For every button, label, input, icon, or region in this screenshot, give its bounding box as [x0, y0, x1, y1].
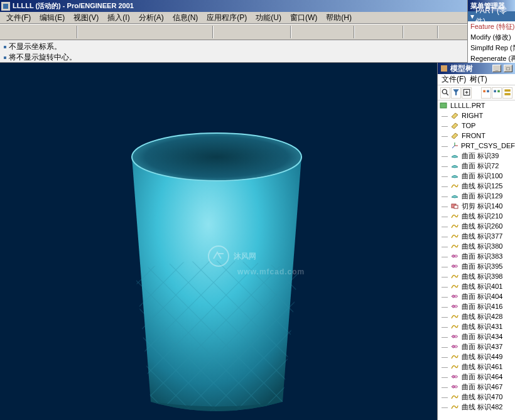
tree-item[interactable]: —曲面 标识404 — [438, 291, 515, 301]
tree-maximize-button[interactable]: □ — [504, 65, 512, 72]
tree-settings-button[interactable] — [492, 87, 502, 99]
tree-item[interactable]: —曲线 标识428 — [438, 311, 515, 321]
tree-item[interactable]: —曲线 标识210 — [438, 211, 515, 221]
tree-item[interactable]: —切剪 标识140 — [438, 201, 515, 211]
tree-item[interactable]: —曲线 标识125 — [438, 181, 515, 191]
zoom-out-button[interactable] — [109, 25, 123, 39]
menu-mgr-item[interactable]: Simplfd Rep (简化 — [468, 43, 515, 53]
pnt-sel-button[interactable]: x× — [323, 25, 337, 39]
menu-1[interactable]: 编辑(E) — [36, 11, 68, 24]
hidden-button[interactable] — [167, 25, 181, 39]
tree-connector: — — [442, 153, 448, 159]
tree-item-label: TOP — [462, 122, 475, 129]
tree-item-label: 曲线 标识428 — [462, 312, 502, 321]
menu-2[interactable]: 视图(V) — [70, 11, 102, 24]
tree-item[interactable]: —曲线 标识398 — [438, 271, 515, 281]
tree-item[interactable]: —曲面 标识383 — [438, 251, 515, 261]
csys-disp-button[interactable] — [259, 25, 273, 39]
zoom-in-button[interactable] — [95, 25, 109, 39]
tree-item[interactable]: —曲线 标识482 — [438, 402, 515, 412]
tree-minimize-button[interactable]: _ — [492, 65, 501, 72]
tree-item[interactable]: —曲面 标识72 — [438, 161, 515, 171]
tree-file-menu[interactable]: 文件(F) — [442, 74, 466, 85]
tree-item[interactable]: —曲线 标识431 — [438, 321, 515, 331]
tree-item[interactable]: —曲面 标识464 — [438, 372, 515, 382]
tree-root[interactable]: LLLLL.PRT — [438, 100, 515, 110]
svg-rect-63 — [504, 90, 510, 92]
tree-filter-button[interactable] — [451, 87, 461, 99]
tree-display-button[interactable] — [481, 87, 491, 99]
tree-find-button[interactable] — [440, 87, 450, 99]
shaded-button[interactable] — [196, 25, 210, 39]
tree-item[interactable]: —曲线 标识449 — [438, 352, 515, 362]
tree-item[interactable]: —PRT_CSYS_DEF — [438, 141, 515, 151]
tree-item[interactable]: —曲面 标识416 — [438, 301, 515, 311]
menu-5[interactable]: 信息(N) — [169, 11, 202, 24]
plane-disp-button[interactable] — [216, 25, 230, 39]
mail-button[interactable] — [46, 25, 60, 39]
axis-disp-button[interactable] — [230, 25, 244, 39]
axis-sel-button[interactable] — [308, 25, 322, 39]
menu-8[interactable]: 窗口(W) — [286, 11, 321, 24]
redraw-button[interactable] — [138, 25, 152, 39]
tree-expand-button[interactable] — [462, 87, 472, 99]
menu-6[interactable]: 应用程序(P) — [203, 11, 251, 24]
svg-rect-65 — [440, 103, 447, 108]
tree-connector: — — [442, 223, 448, 230]
menu-7[interactable]: 功能(U) — [252, 11, 285, 24]
new-file-button[interactable] — [3, 25, 16, 39]
tree-item[interactable]: —FRONT — [438, 131, 515, 141]
tree-item-label: 曲线 标识377 — [462, 232, 502, 241]
tree-item[interactable]: —曲面 标识437 — [438, 342, 515, 352]
nohidden-button[interactable] — [182, 25, 195, 39]
fit-button[interactable] — [124, 25, 138, 39]
tree-item[interactable]: —曲线 标识470 — [438, 392, 515, 402]
tree-item[interactable]: —曲线 标识401 — [438, 281, 515, 291]
highlight-button[interactable] — [357, 25, 371, 39]
tree-connector: — — [442, 183, 448, 190]
wireframe-button[interactable] — [153, 25, 166, 39]
color-disp-button[interactable] — [386, 25, 400, 39]
csys-sel-button[interactable] — [337, 25, 351, 39]
tree-item[interactable]: —曲面 标识467 — [438, 382, 515, 392]
point-disp-button[interactable] — [245, 25, 259, 39]
tree-item[interactable]: —曲面 标识129 — [438, 191, 515, 201]
tree-connector: — — [442, 363, 448, 370]
menu-manager-subheader[interactable]: ▾PART (零件) — [468, 11, 515, 21]
tree-layer-button[interactable] — [502, 87, 512, 99]
tree-connector: — — [442, 163, 448, 170]
menu-9[interactable]: 帮助(H) — [322, 11, 355, 24]
tree-connector: — — [442, 233, 448, 240]
print-button[interactable] — [60, 25, 74, 39]
datum-disp-button[interactable] — [294, 25, 308, 39]
std-orient-button[interactable] — [441, 25, 455, 39]
tree-item[interactable]: —TOP — [438, 121, 515, 131]
tree-list[interactable]: LLLLL.PRT —RIGHT—TOP—FRONT—PRT_CSYS_DEF—… — [438, 100, 515, 420]
tree-connector: — — [442, 243, 448, 250]
tree-item[interactable]: —曲线 标识377 — [438, 231, 515, 241]
menu-mgr-item[interactable]: Modify (修改) — [468, 32, 515, 43]
tree-item[interactable]: —曲面 标识434 — [438, 331, 515, 342]
spin-center-button[interactable] — [274, 25, 288, 39]
plus-new-button[interactable] — [80, 25, 94, 39]
tree-item[interactable]: —曲线 标识260 — [438, 221, 515, 231]
tol-disp-button[interactable]: ± — [372, 25, 386, 39]
svg-rect-0 — [3, 4, 8, 9]
tree-item[interactable]: —RIGHT — [438, 110, 515, 121]
spin-button[interactable] — [421, 25, 435, 39]
menu-mgr-item[interactable]: Feature (特征) — [468, 21, 515, 32]
tree-item[interactable]: —曲面 标识39 — [438, 151, 515, 161]
tree-item[interactable]: —曲线 标识461 — [438, 362, 515, 372]
tree-item[interactable]: —曲线 标识380 — [438, 241, 515, 251]
menu-4[interactable]: 分析(A) — [135, 11, 168, 24]
tree-tree-menu[interactable]: 树(T) — [470, 74, 487, 85]
tree-item[interactable]: —曲面 标识395 — [438, 261, 515, 271]
tree-item[interactable]: —曲面 标识100 — [438, 171, 515, 181]
open-file-button[interactable] — [17, 25, 31, 39]
menu-0[interactable]: 文件(F) — [3, 11, 35, 24]
tree-connector: — — [442, 283, 448, 290]
menu-3[interactable]: 插入(I) — [104, 11, 133, 24]
perspective-button[interactable] — [406, 25, 420, 39]
save-file-button[interactable] — [31, 25, 45, 39]
merge-icon — [450, 262, 459, 270]
